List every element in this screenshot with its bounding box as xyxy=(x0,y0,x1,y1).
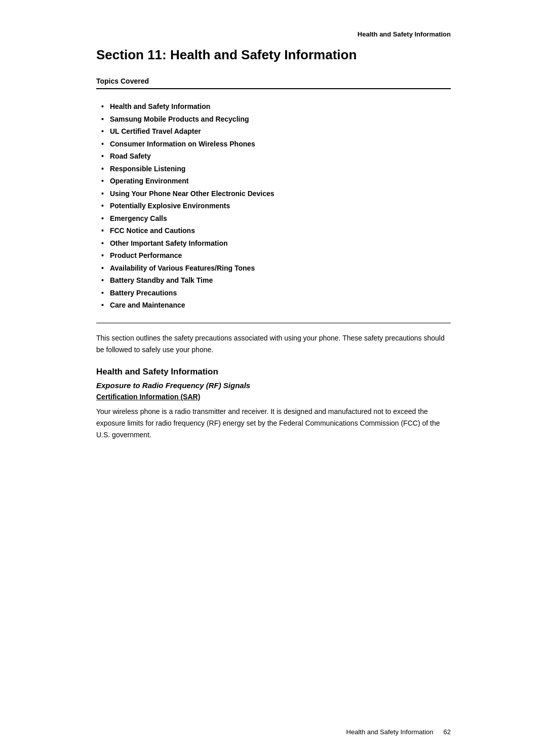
list-item: Using Your Phone Near Other Electronic D… xyxy=(96,187,451,200)
list-item: Availability of Various Features/Ring To… xyxy=(96,262,451,275)
divider-top xyxy=(96,88,451,89)
list-item: Road Safety xyxy=(96,150,451,163)
list-item: Health and Safety Information xyxy=(96,100,451,113)
list-item: Care and Maintenance xyxy=(96,299,451,312)
body-text: Your wireless phone is a radio transmitt… xyxy=(96,406,451,441)
list-item: UL Certified Travel Adapter xyxy=(96,125,451,138)
list-item: Operating Environment xyxy=(96,175,451,187)
list-item: Product Performance xyxy=(96,249,451,262)
list-item: Battery Precautions xyxy=(96,287,451,299)
list-item: FCC Notice and Cautions xyxy=(96,224,451,237)
list-item: Consumer Information on Wireless Phones xyxy=(96,138,451,150)
sub-heading-italic: Exposure to Radio Frequency (RF) Signals xyxy=(96,381,451,390)
section-title: Section 11: Health and Safety Informatio… xyxy=(96,47,451,63)
list-item: Responsible Listening xyxy=(96,163,451,175)
page-header-label: Health and Safety Information xyxy=(96,30,451,38)
list-item: Samsung Mobile Products and Recycling xyxy=(96,113,451,126)
page-footer: Health and Safety Information 62 xyxy=(96,728,451,736)
list-item: Other Important Safety Information xyxy=(96,237,451,250)
topics-list: Health and Safety Information Samsung Mo… xyxy=(96,100,451,312)
topics-covered-label: Topics Covered xyxy=(96,77,451,85)
intro-text: This section outlines the safety precaut… xyxy=(96,332,451,356)
page: Health and Safety Information Section 11… xyxy=(76,0,471,756)
list-item: Emergency Calls xyxy=(96,212,451,225)
list-item: Battery Standby and Talk Time xyxy=(96,274,451,287)
footer-page-number: 62 xyxy=(444,728,451,736)
divider-bottom xyxy=(96,323,451,323)
health-safety-heading: Health and Safety Information xyxy=(96,367,451,377)
list-item: Potentially Explosive Environments xyxy=(96,200,451,212)
sub-heading-bold: Certification Information (SAR) xyxy=(96,393,451,401)
footer-label: Health and Safety Information xyxy=(346,728,434,736)
